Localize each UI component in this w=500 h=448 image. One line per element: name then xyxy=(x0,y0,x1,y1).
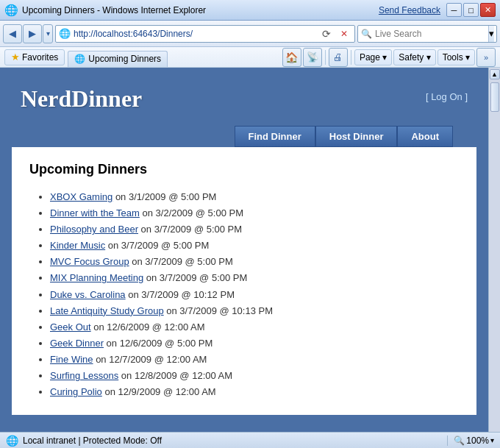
more-tools-button[interactable]: » xyxy=(476,48,496,67)
dinner-date: on 3/1/2009 @ 5:00 PM xyxy=(113,191,216,202)
dinner-link[interactable]: Philosophy and Beer xyxy=(50,224,138,235)
scroll-up-button[interactable]: ▲ xyxy=(490,69,500,79)
navigation-row: Find Dinner Host Dinner About xyxy=(6,113,482,147)
host-dinner-button[interactable]: Host Dinner xyxy=(315,126,398,147)
dinner-date: on 12/6/2009 @ 12:00 AM xyxy=(91,321,205,333)
list-item: Late Antiquity Study Group on 3/7/2009 @… xyxy=(50,303,459,319)
back-forward-group: ◀ ▶ ▾ xyxy=(3,24,53,43)
list-item: Duke vs. Carolina on 3/7/2009 @ 10:12 PM xyxy=(50,287,459,303)
list-item: Curing Polio on 12/9/2009 @ 12:00 AM xyxy=(50,384,459,400)
print-button[interactable]: 🖨 xyxy=(329,48,348,67)
favorites-button[interactable]: ★ Favorites xyxy=(4,49,65,65)
nav-buttons: Find Dinner Host Dinner About xyxy=(235,126,453,147)
list-item: MIX Planning Meeting on 3/7/2009 @ 5:00 … xyxy=(50,270,459,286)
dinner-list: XBOX Gaming on 3/1/2009 @ 5:00 PMDinner … xyxy=(29,189,459,400)
page-header: NerdDinner [ Log On ] xyxy=(6,75,482,113)
zoom-dropdown-icon[interactable]: ▾ xyxy=(490,436,494,444)
tools-menu[interactable]: Tools ▾ xyxy=(438,49,475,65)
scrollbar-thumb[interactable] xyxy=(490,82,499,112)
dinner-date: on 3/7/2009 @ 5:00 PM xyxy=(138,224,242,235)
send-feedback-link[interactable]: Send Feedback xyxy=(379,5,440,15)
about-button[interactable]: About xyxy=(397,126,453,147)
dinner-date: on 3/7/2009 @ 10:12 PM xyxy=(126,289,235,300)
main-heading: Upcoming Dinners xyxy=(29,162,459,177)
address-input[interactable] xyxy=(74,29,316,39)
dinner-date: on 3/7/2009 @ 5:00 PM xyxy=(129,256,233,267)
log-on-area: [ Log On ] xyxy=(426,91,468,102)
browser-tab[interactable]: 🌐 Upcoming Dinners xyxy=(68,51,168,67)
rss-button[interactable]: 📡 xyxy=(303,48,322,67)
page-area: NerdDinner [ Log On ] Find Dinner Host D… xyxy=(0,68,488,432)
scrollbar[interactable]: ▲ xyxy=(488,68,500,432)
dinner-link[interactable]: Late Antiquity Study Group xyxy=(50,305,164,316)
title-bar: 🌐 Upcoming Dinners - Windows Internet Ex… xyxy=(0,0,500,21)
browser-content: NerdDinner [ Log On ] Find Dinner Host D… xyxy=(0,68,500,432)
dinner-date: on 12/6/2009 @ 5:00 PM xyxy=(104,338,213,349)
address-input-wrap: 🌐 ⟳ ✕ xyxy=(55,25,355,43)
favorites-bar: ★ Favorites 🌐 Upcoming Dinners 🏠 📡 🖨 Pag… xyxy=(0,47,500,68)
forward-button[interactable]: ▶ xyxy=(23,24,42,43)
find-dinner-button[interactable]: Find Dinner xyxy=(235,126,315,147)
tab-label: Upcoming Dinners xyxy=(88,54,161,64)
list-item: MVC Focus Group on 3/7/2009 @ 5:00 PM xyxy=(50,254,459,270)
list-item: XBOX Gaming on 3/1/2009 @ 5:00 PM xyxy=(50,189,459,205)
dinner-date: on 3/7/2009 @ 5:00 PM xyxy=(105,240,209,251)
list-item: Kinder Music on 3/7/2009 @ 5:00 PM xyxy=(50,238,459,254)
dinner-link[interactable]: XBOX Gaming xyxy=(50,191,113,202)
window-controls: ─ □ ✕ xyxy=(446,3,496,17)
maximize-button[interactable]: □ xyxy=(463,3,479,17)
dinner-link[interactable]: Curing Polio xyxy=(50,386,102,397)
refresh-button[interactable]: ⟳ xyxy=(319,26,334,41)
live-search-input[interactable] xyxy=(375,29,485,39)
dinner-link[interactable]: Duke vs. Carolina xyxy=(50,289,126,300)
dinner-link[interactable]: Geek Dinner xyxy=(50,338,104,349)
list-item: Geek Out on 12/6/2009 @ 12:00 AM xyxy=(50,319,459,335)
dinner-link[interactable]: Kinder Music xyxy=(50,240,105,251)
list-item: Surfing Lessons on 12/8/2009 @ 12:00 AM xyxy=(50,368,459,384)
zoom-control[interactable]: 🔍 100% ▾ xyxy=(447,435,494,446)
zone-text: Local intranet | Protected Mode: Off xyxy=(23,435,162,446)
nav-dropdown-button[interactable]: ▾ xyxy=(43,24,53,43)
toolbar-right: 🏠 📡 🖨 Page ▾ Safety ▾ Tools ▾ » xyxy=(282,48,496,67)
search-logo-icon: 🔍 xyxy=(361,29,372,39)
dinner-date: on 12/7/2009 @ 12:00 AM xyxy=(93,354,207,365)
star-icon: ★ xyxy=(11,51,20,63)
zone-icon: 🌐 xyxy=(6,435,18,447)
stop-button[interactable]: ✕ xyxy=(337,26,351,41)
dinner-date: on 3/2/2009 @ 5:00 PM xyxy=(140,207,243,218)
zoom-level: 100% xyxy=(466,435,489,446)
close-button[interactable]: ✕ xyxy=(480,3,496,17)
list-item: Fine Wine on 12/7/2009 @ 12:00 AM xyxy=(50,352,459,368)
list-item: Philosophy and Beer on 3/7/2009 @ 5:00 P… xyxy=(50,221,459,238)
dinner-link[interactable]: Dinner with the Team xyxy=(50,207,140,218)
log-on-link[interactable]: [ Log On ] xyxy=(426,91,468,102)
dinner-date: on 3/7/2009 @ 10:13 PM xyxy=(164,305,273,316)
safety-menu[interactable]: Safety ▾ xyxy=(393,49,435,65)
status-bar: 🌐 Local intranet | Protected Mode: Off 🔍… xyxy=(0,432,500,448)
dinner-link[interactable]: Surfing Lessons xyxy=(50,370,118,381)
minimize-button[interactable]: ─ xyxy=(446,3,462,17)
main-content: Upcoming Dinners XBOX Gaming on 3/1/2009… xyxy=(12,147,476,415)
dinner-link[interactable]: MVC Focus Group xyxy=(50,256,129,267)
window-title: Upcoming Dinners - Windows Internet Expl… xyxy=(22,5,379,15)
dinner-date: on 12/8/2009 @ 12:00 AM xyxy=(118,370,232,381)
back-button[interactable]: ◀ xyxy=(3,24,22,43)
ie-logo-icon: 🌐 xyxy=(4,4,18,17)
list-item: Geek Dinner on 12/6/2009 @ 5:00 PM xyxy=(50,335,459,352)
zoom-icon: 🔍 xyxy=(454,435,465,446)
tab-icon: 🌐 xyxy=(74,54,85,64)
favorites-label: Favorites xyxy=(22,52,58,63)
address-bar: ◀ ▶ ▾ 🌐 ⟳ ✕ 🔍 ▾ xyxy=(0,21,500,47)
page-menu[interactable]: Page ▾ xyxy=(354,49,392,65)
dinner-link[interactable]: Fine Wine xyxy=(50,354,93,365)
ie-page-icon: 🌐 xyxy=(59,28,71,39)
dinner-link[interactable]: MIX Planning Meeting xyxy=(50,272,143,283)
separator xyxy=(325,50,326,65)
home-button[interactable]: 🏠 xyxy=(282,48,301,67)
list-item: Dinner with the Team on 3/2/2009 @ 5:00 … xyxy=(50,205,459,221)
separator2 xyxy=(351,50,351,65)
site-title: NerdDinner xyxy=(21,85,142,113)
dinner-link[interactable]: Geek Out xyxy=(50,321,91,333)
search-go-button[interactable]: ▾ xyxy=(488,26,494,42)
dinner-date: on 12/9/2009 @ 12:00 AM xyxy=(102,386,216,397)
